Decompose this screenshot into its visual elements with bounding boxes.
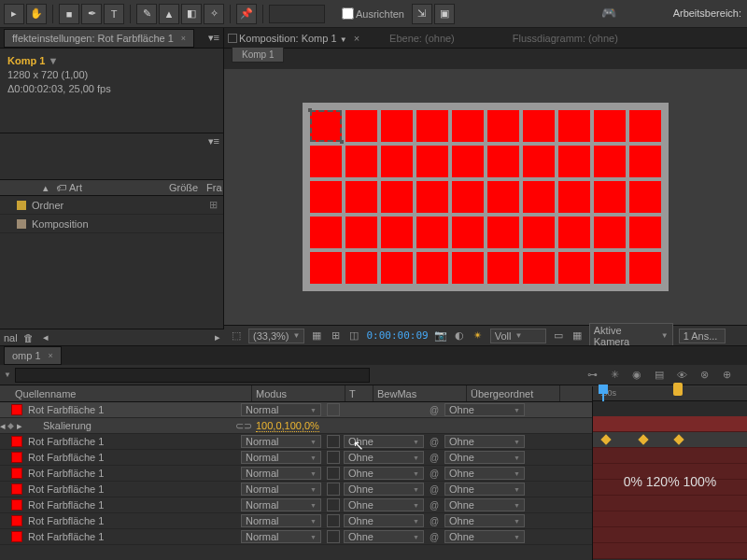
layer-square[interactable] [523, 252, 555, 284]
selection-tool[interactable]: ▸ [4, 4, 24, 24]
layer-square[interactable] [381, 110, 413, 142]
layer-square[interactable] [345, 146, 377, 177]
project-item-comp[interactable]: Komposition [0, 215, 223, 233]
shy-icon[interactable]: 👁 [674, 368, 689, 383]
layer-square[interactable] [345, 217, 377, 248]
parent-pickwhip-icon[interactable]: @ [430, 516, 441, 526]
layer-square[interactable] [558, 146, 590, 177]
layer-square[interactable] [594, 181, 626, 213]
trackmatte-dropdown[interactable]: Ohne▼ [344, 498, 424, 511]
color-mgmt-icon[interactable]: ✴ [472, 329, 485, 343]
mode-dropdown[interactable]: Normal▼ [241, 435, 321, 448]
pen-tool[interactable]: ✒ [81, 4, 102, 24]
draft3d-icon[interactable]: ✳ [607, 368, 622, 383]
layer-square[interactable] [487, 252, 519, 284]
layer-square[interactable] [487, 146, 519, 177]
parent-dropdown[interactable]: Ohne▼ [444, 514, 525, 527]
rect-tool[interactable]: ■ [59, 4, 79, 24]
layer-bar[interactable] [593, 496, 747, 511]
parent-dropdown[interactable]: Ohne▼ [444, 403, 525, 416]
layer-bar[interactable] [593, 432, 747, 448]
layer-square[interactable] [452, 146, 484, 177]
composition-viewer[interactable] [224, 69, 747, 325]
layer-square[interactable] [381, 181, 413, 213]
layer-square[interactable] [523, 146, 555, 177]
trackmatte-dropdown[interactable]: Ohne▼ [344, 435, 424, 448]
layer-square[interactable] [452, 252, 484, 284]
brush-tool[interactable]: ✎ [136, 4, 157, 24]
grid-icon[interactable]: ⊞ [329, 329, 342, 343]
layer-square[interactable] [381, 217, 413, 248]
layer-square[interactable] [345, 110, 377, 142]
preserve-checkbox[interactable] [327, 530, 340, 543]
layer-bar[interactable] [593, 416, 747, 432]
hand-tool[interactable]: ✋ [26, 4, 47, 24]
layer-bar[interactable] [593, 448, 747, 464]
layer-square[interactable] [629, 252, 661, 284]
layer-square[interactable] [452, 217, 484, 248]
layer-square[interactable] [416, 181, 448, 213]
layer-square[interactable] [629, 110, 661, 142]
text-tool[interactable]: T [104, 4, 124, 24]
motion-blur-icon[interactable]: ◉ [629, 368, 644, 383]
comp-name[interactable]: Komp 1 [7, 55, 45, 66]
layer-square[interactable] [558, 181, 590, 213]
layer-square[interactable] [594, 146, 626, 177]
snapshot-icon[interactable]: 📷 [434, 329, 447, 343]
timeline-search-arrow[interactable]: ▼ [4, 371, 11, 379]
timeline-search[interactable] [15, 368, 370, 383]
parent-pickwhip-icon[interactable]: @ [430, 532, 441, 542]
prev-icon[interactable]: ◂ [43, 331, 49, 343]
clone-tool[interactable]: ▲ [159, 4, 179, 24]
parent-dropdown[interactable]: Ohne▼ [444, 451, 525, 464]
preserve-checkbox[interactable] [327, 514, 340, 527]
effects-tab[interactable]: ffekteinstellungen: Rot Farbfläche 1× [4, 29, 194, 48]
res-icon[interactable]: ▦ [310, 329, 323, 343]
channel-icon[interactable]: ◐ [453, 329, 466, 343]
viewer-tab-comp[interactable]: Komposition: Komp 1 ▼ × [239, 33, 359, 44]
layer-square[interactable] [594, 252, 626, 284]
comp-subtab[interactable]: Komp 1 [232, 47, 284, 63]
layer-square[interactable] [594, 217, 626, 248]
layer-square-selected[interactable] [310, 110, 342, 142]
layer-square[interactable] [558, 110, 590, 142]
trash-icon[interactable]: 🗑 [23, 332, 34, 343]
mode-dropdown[interactable]: Normal▼ [241, 483, 321, 496]
parent-pickwhip-icon[interactable]: @ [430, 469, 441, 479]
viewer-tab-layer[interactable]: Ebene: (ohne) [389, 33, 455, 44]
timecode[interactable]: 0:00:00:09 [366, 329, 428, 342]
trackmatte-dropdown[interactable]: Ohne▼ [344, 530, 424, 543]
layer-bar[interactable] [593, 543, 747, 559]
layer-square[interactable] [310, 217, 342, 248]
roi-icon[interactable]: ▭ [552, 329, 565, 343]
layer-square[interactable] [452, 181, 484, 213]
next-icon[interactable]: ▸ [215, 331, 220, 343]
layer-square[interactable] [345, 252, 377, 284]
viewer-tab-flowchart[interactable]: Flussdiagramm: (ohne) [513, 33, 618, 44]
layer-square[interactable] [558, 217, 590, 248]
flowchart-icon[interactable]: ⊞ [209, 199, 218, 211]
parent-dropdown[interactable]: Ohne▼ [444, 467, 525, 480]
layer-square[interactable] [487, 110, 519, 142]
layer-square[interactable] [629, 181, 661, 213]
lock-icon[interactable] [228, 34, 237, 43]
parent-pickwhip-icon[interactable]: @ [430, 500, 441, 511]
quality-dropdown[interactable]: Voll▼ [490, 329, 546, 343]
keyframe-icon[interactable] [600, 434, 611, 444]
layer-square[interactable] [523, 181, 555, 213]
snap-tool-1[interactable]: ⇲ [412, 4, 432, 24]
brainstorm-icon[interactable]: ⊕ [719, 368, 734, 383]
layer-square[interactable] [523, 217, 555, 248]
preserve-checkbox[interactable] [327, 435, 340, 448]
preserve-checkbox[interactable] [327, 467, 340, 480]
trackmatte-dropdown[interactable]: Ohne▼ [344, 514, 424, 527]
constrain-icon[interactable]: ⊂⊃ [235, 420, 252, 432]
panel-menu-icon[interactable]: ▾≡ [208, 135, 219, 147]
graph-icon[interactable]: ⊶ [585, 368, 599, 383]
mode-dropdown[interactable]: Normal▼ [241, 498, 321, 511]
parent-pickwhip-icon[interactable]: @ [430, 437, 441, 447]
project-item-folder[interactable]: Ordner ⊞ [0, 196, 223, 215]
zoom-dropdown[interactable]: (33,3%)▼ [248, 329, 304, 343]
parent-pickwhip-icon[interactable]: @ [430, 453, 441, 463]
puppet-tool[interactable]: 📌 [236, 4, 257, 24]
